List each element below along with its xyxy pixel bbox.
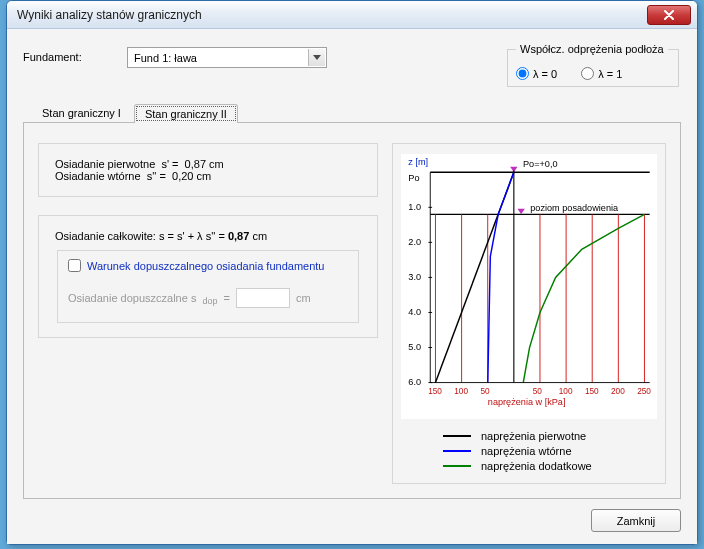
footer: Zamknij (23, 499, 681, 532)
legend-swatch-blue (443, 450, 471, 452)
tabstrip: Stan graniczny I Stan graniczny II (23, 102, 681, 122)
svg-text:3.0: 3.0 (408, 272, 421, 282)
total-settlement-value: 0,87 (228, 230, 249, 242)
tab-limit-state-1-label: Stan graniczny I (42, 107, 121, 119)
svg-text:6.0: 6.0 (408, 377, 421, 387)
svg-text:50: 50 (480, 387, 490, 396)
dialog-window: Wyniki analizy stanów granicznych Fundam… (6, 0, 698, 545)
svg-text:4.0: 4.0 (408, 307, 421, 317)
close-icon (663, 10, 675, 20)
settlement-panel: Osiadanie pierwotne s' = 0,87 cm Osiadan… (38, 143, 378, 197)
radio-lambda-0[interactable]: λ = 0 (516, 67, 557, 80)
window-title: Wyniki analizy stanów granicznych (17, 8, 647, 22)
tab-limit-state-1[interactable]: Stan graniczny I (31, 103, 132, 123)
chart-panel: z [m]Po=+0,0Popoziom posadowienia1.02.03… (392, 143, 666, 484)
fundament-select[interactable]: Fund 1: ława (127, 47, 327, 68)
svg-text:poziom posadowienia: poziom posadowienia (530, 203, 619, 213)
svg-text:150: 150 (428, 387, 442, 396)
close-button[interactable]: Zamknij (591, 509, 681, 532)
legend-label-additional: naprężenia dodatkowe (481, 460, 592, 472)
svg-text:2.0: 2.0 (408, 237, 421, 247)
allowable-groupbox: Warunek dopuszczalnego osiadania fundame… (57, 250, 359, 323)
window-close-button[interactable] (647, 5, 691, 25)
svg-text:5.0: 5.0 (408, 342, 421, 352)
svg-text:100: 100 (454, 387, 468, 396)
legend-label-secondary: naprężenia wtórne (481, 445, 572, 457)
allowable-checkbox[interactable] (68, 259, 81, 272)
total-settlement-line: Osiadanie całkowite: s = s' + λ s'' = 0,… (55, 230, 361, 242)
svg-text:1.0: 1.0 (408, 202, 421, 212)
radio-lambda-1[interactable]: λ = 1 (581, 67, 622, 80)
radio-lambda-1-input[interactable] (581, 67, 594, 80)
legend-swatch-green (443, 465, 471, 467)
legend-swatch-black (443, 435, 471, 437)
allowable-check-row: Warunek dopuszczalnego osiadania fundame… (68, 259, 348, 272)
allowable-input[interactable] (236, 288, 290, 308)
legend-row-primary: naprężenia pierwotne (443, 430, 657, 442)
client-area: Fundament: Fund 1: ława Współcz. odpręże… (7, 29, 697, 544)
relief-legend: Współcz. odprężenia podłoża (516, 43, 668, 55)
left-column: Osiadanie pierwotne s' = 0,87 cm Osiadan… (38, 143, 378, 484)
allowable-input-eq: = (223, 292, 229, 304)
svg-text:z [m]: z [m] (408, 157, 428, 167)
svg-text:Po=+0,0: Po=+0,0 (523, 159, 558, 169)
total-settlement-prefix: Osiadanie całkowite: s = s' + λ s'' = (55, 230, 228, 242)
radio-lambda-0-input[interactable] (516, 67, 529, 80)
total-settlement-panel: Osiadanie całkowite: s = s' + λ s'' = 0,… (38, 215, 378, 338)
chevron-down-icon (313, 55, 321, 60)
svg-text:Po: Po (408, 173, 419, 183)
svg-text:150: 150 (585, 387, 599, 396)
allowable-check-label: Warunek dopuszczalnego osiadania fundame… (87, 260, 324, 272)
svg-text:200: 200 (611, 387, 625, 396)
chart-legend: naprężenia pierwotne naprężenia wtórne n… (401, 419, 657, 475)
legend-row-additional: naprężenia dodatkowe (443, 460, 657, 472)
svg-text:naprężenia w [kPa]: naprężenia w [kPa] (488, 397, 566, 407)
svg-text:50: 50 (533, 387, 543, 396)
allowable-input-row: Osiadanie dopuszczalne sdop = cm (68, 288, 348, 308)
relief-radios: λ = 0 λ = 1 (516, 67, 670, 80)
titlebar: Wyniki analizy stanów granicznych (7, 1, 697, 29)
allowable-input-unit: cm (296, 292, 311, 304)
close-button-label: Zamknij (617, 515, 656, 527)
svg-text:100: 100 (559, 387, 573, 396)
fundament-selected-value: Fund 1: ława (134, 52, 197, 64)
chart: z [m]Po=+0,0Popoziom posadowienia1.02.03… (401, 154, 657, 419)
legend-label-primary: naprężenia pierwotne (481, 430, 586, 442)
radio-lambda-1-label: λ = 1 (598, 68, 622, 80)
combo-dropdown-button[interactable] (308, 49, 325, 66)
relief-groupbox: Współcz. odprężenia podłoża λ = 0 λ = 1 (507, 43, 679, 87)
fundament-label: Fundament: (23, 47, 115, 63)
legend-row-secondary: naprężenia wtórne (443, 445, 657, 457)
allowable-input-label: Osiadanie dopuszczalne s (68, 292, 196, 304)
radio-lambda-0-label: λ = 0 (533, 68, 557, 80)
primary-settlement-line: Osiadanie pierwotne s' = 0,87 cm (55, 158, 361, 170)
allowable-input-sub: dop (202, 296, 217, 306)
svg-text:250: 250 (637, 387, 651, 396)
secondary-settlement-line: Osiadanie wtórne s'' = 0,20 cm (55, 170, 361, 182)
tab-limit-state-2[interactable]: Stan graniczny II (134, 104, 238, 123)
total-settlement-unit: cm (249, 230, 267, 242)
tab-body: Osiadanie pierwotne s' = 0,87 cm Osiadan… (23, 122, 681, 499)
tab-limit-state-2-label: Stan graniczny II (145, 108, 227, 120)
